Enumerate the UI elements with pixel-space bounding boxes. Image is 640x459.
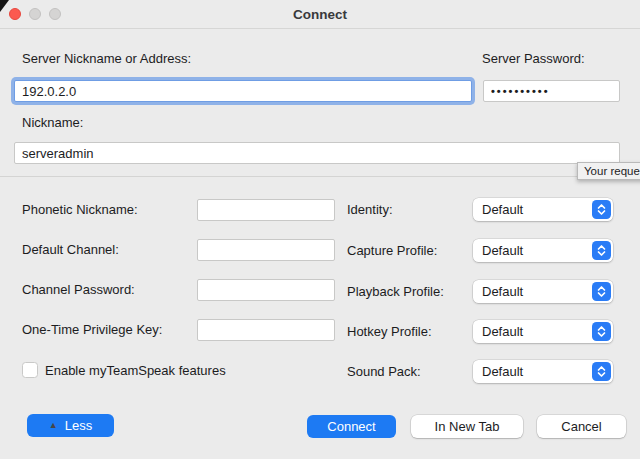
selected-value: Default [482, 324, 523, 339]
form-row: Playback Profile: Default [347, 279, 613, 303]
connect-button[interactable]: Connect [307, 415, 396, 438]
myteamspeak-checkbox-label: Enable myTeamSpeak features [45, 363, 226, 378]
chevron-up-down-icon [592, 322, 611, 341]
myteamspeak-checkbox-row[interactable]: Enable myTeamSpeak features [22, 360, 226, 380]
checkbox-unchecked-icon[interactable] [22, 362, 38, 378]
form-row: One-Time Privilege Key: [22, 318, 335, 341]
channel-password-label: Channel Password: [22, 282, 135, 297]
connect-dialog: Connect Server Nickname or Address: Serv… [0, 0, 640, 459]
sound-pack-select[interactable]: Default [473, 360, 613, 383]
window-title: Connect [0, 7, 640, 22]
capture-profile-select[interactable]: Default [473, 239, 613, 262]
server-password-label: Server Password: [482, 51, 585, 66]
chevron-up-down-icon [592, 282, 611, 301]
selected-value: Default [482, 364, 523, 379]
sound-pack-label: Sound Pack: [347, 364, 421, 379]
privilege-key-label: One-Time Privilege Key: [22, 322, 162, 337]
section-divider [0, 176, 640, 177]
form-row: Sound Pack: Default [347, 359, 613, 383]
in-new-tab-button[interactable]: In New Tab [411, 415, 523, 438]
cancel-button[interactable]: Cancel [537, 415, 626, 438]
selected-value: Default [482, 284, 523, 299]
playback-profile-label: Playback Profile: [347, 284, 444, 299]
capture-profile-label: Capture Profile: [347, 243, 437, 258]
chevron-up-down-icon [592, 362, 611, 381]
identity-label: Identity: [347, 202, 393, 217]
server-password-input[interactable] [483, 80, 620, 102]
default-channel-input[interactable] [197, 239, 335, 261]
phonetic-nickname-label: Phonetic Nickname: [22, 202, 138, 217]
form-row: Default Channel: [22, 238, 335, 261]
identity-select[interactable]: Default [473, 198, 613, 221]
server-address-input[interactable] [14, 80, 472, 102]
chevron-up-down-icon [592, 241, 611, 260]
form-row: Identity: Default [347, 197, 613, 221]
form-row: Capture Profile: Default [347, 238, 613, 262]
collapse-arrow-icon: ▲ [49, 421, 58, 430]
titlebar[interactable]: Connect [0, 0, 640, 29]
form-row: Phonetic Nickname: [22, 198, 335, 221]
less-button-label: Less [65, 418, 92, 433]
privilege-key-input[interactable] [197, 319, 335, 341]
channel-password-input[interactable] [197, 279, 335, 301]
phonetic-nickname-input[interactable] [197, 199, 335, 221]
selected-value: Default [482, 243, 523, 258]
hotkey-profile-select[interactable]: Default [473, 320, 613, 343]
tooltip: Your reque [577, 162, 640, 180]
playback-profile-select[interactable]: Default [473, 280, 613, 303]
less-button[interactable]: ▲ Less [27, 414, 114, 437]
nickname-input[interactable] [14, 142, 620, 164]
form-row: Hotkey Profile: Default [347, 319, 613, 343]
chevron-up-down-icon [592, 200, 611, 219]
default-channel-label: Default Channel: [22, 242, 119, 257]
hotkey-profile-label: Hotkey Profile: [347, 324, 432, 339]
server-address-label: Server Nickname or Address: [22, 51, 191, 66]
form-row: Channel Password: [22, 278, 335, 301]
selected-value: Default [482, 202, 523, 217]
nickname-label: Nickname: [22, 115, 83, 130]
